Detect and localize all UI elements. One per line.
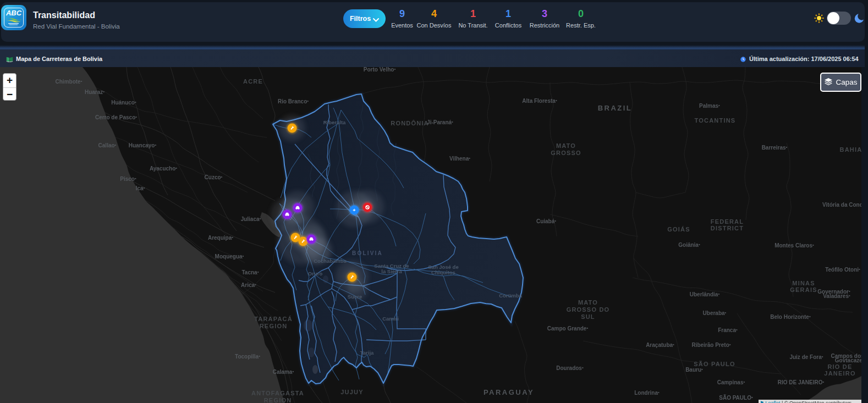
svg-text:ANTOFAGASTA: ANTOFAGASTA [251,390,304,396]
svg-text:MINAS: MINAS [792,280,815,286]
svg-text:Chiquitos: Chiquitos [431,269,455,275]
svg-text:Oruro: Oruro [308,270,323,277]
svg-text:Campinas•: Campinas• [717,379,745,385]
svg-text:TOCANTINS: TOCANTINS [695,117,736,124]
svg-text:Montes Claros•: Montes Claros• [774,242,814,249]
svg-text:Camiri: Camiri [382,316,399,322]
svg-text:RIO DE: RIO DE [827,363,852,370]
svg-text:Uberaba•: Uberaba• [703,310,727,316]
svg-text:Vitória da Conquista•: Vitória da Conquista• [822,202,861,208]
svg-text:SUL: SUL [581,313,595,320]
svg-text:BRAZIL: BRAZIL [598,104,633,112]
svg-text:Bauru•: Bauru• [685,367,703,373]
svg-text:Pisco•: Pisco• [120,176,136,182]
svg-text:ACRE: ACRE [243,78,263,85]
svg-text:Rio Branco•: Rio Branco• [278,98,309,104]
svg-text:Arica•: Arica• [241,282,256,288]
svg-text:TARAPACÁ: TARAPACÁ [254,316,293,322]
svg-text:Dourados•: Dourados• [556,365,584,371]
svg-text:MATO: MATO [556,142,576,149]
svg-text:la Sierra: la Sierra [381,268,402,274]
svg-text:Sucre: Sucre [348,294,362,300]
svg-text:Goiânia•: Goiânia• [678,242,700,248]
svg-text:Cuzco•: Cuzco• [205,174,223,180]
svg-text:Cuiabá•: Cuiabá• [536,218,556,224]
svg-text:REGION: REGION [264,397,292,403]
svg-text:Teófilo Otoni•: Teófilo Otoni• [825,267,860,273]
svg-text:Campo Grande•: Campo Grande• [547,325,589,332]
svg-text:Callao•: Callao• [98,142,117,148]
svg-text:PARAGUAY: PARAGUAY [484,388,534,396]
svg-text:Juliaca•: Juliaca• [241,216,261,222]
svg-text:Barreiras•: Barreiras• [762,145,788,151]
svg-text:GERAIS: GERAIS [790,286,817,293]
svg-text:Huancayo•: Huancayo• [129,142,157,148]
svg-text:DISTRICT: DISTRICT [711,225,744,231]
svg-text:Juiz de Fora•: Juiz de Fora• [789,354,823,360]
svg-text:Tocopilla•: Tocopilla• [235,354,260,360]
svg-text:Chimbote•: Chimbote• [56,79,83,85]
svg-text:RIO DE JANEIRO•: RIO DE JANEIRO• [778,379,825,385]
svg-text:GROSSO DO: GROSSO DO [567,306,610,313]
svg-text:Porto Velho•: Porto Velho• [364,67,396,73]
svg-text:Moquegua•: Moquegua• [215,253,244,260]
svg-text:Tarija: Tarija [360,350,374,356]
svg-text:MATO: MATO [578,299,598,306]
svg-text:Tacna•: Tacna• [242,269,259,275]
svg-text:FEDERAL: FEDERAL [711,218,744,225]
svg-text:Ayacucho•: Ayacucho• [150,165,177,172]
svg-text:Uberlândia•: Uberlândia• [690,291,720,297]
svg-text:Valadares•: Valadares• [823,293,850,299]
svg-text:Huánuco•: Huánuco• [111,100,136,106]
svg-text:Riberalta: Riberalta [323,119,346,125]
svg-text:JANEIRO: JANEIRO [824,370,855,377]
svg-text:Londrina•: Londrina• [634,390,660,396]
svg-text:Ribeirão Preto•: Ribeirão Preto• [691,342,730,348]
svg-text:GOIÁS: GOIÁS [667,226,690,233]
svg-text:Cochabamba: Cochabamba [314,258,347,264]
svg-text:Palmas•: Palmas• [699,103,720,109]
svg-text:Araçatuba•: Araçatuba• [646,342,674,348]
svg-text:SÃO PAULO•: SÃO PAULO• [719,394,753,401]
svg-text:Vilhena•: Vilhena• [449,156,470,162]
svg-text:REGION: REGION [260,323,288,329]
svg-text:Cerro de Pasco•: Cerro de Pasco• [95,114,137,120]
svg-text:Franca•: Franca• [718,327,738,333]
svg-text:Arequipa•: Arequipa• [208,235,233,241]
svg-text:Belo Horizonte•: Belo Horizonte• [770,314,811,320]
svg-text:BAHIA: BAHIA [840,146,861,153]
svg-text:Calama•: Calama• [273,369,294,375]
svg-text:Alta Floresta•: Alta Floresta• [522,98,557,104]
svg-text:Huaraz•: Huaraz• [85,89,105,95]
svg-text:RONDÔNIA: RONDÔNIA [391,120,429,126]
svg-text:Corümba: Corümba [499,292,522,299]
svg-text:Govtacazes•: Govtacazes• [835,357,861,363]
svg-text:GROSSO: GROSSO [551,150,581,156]
svg-text:BOLIVIA: BOLIVIA [352,250,383,256]
svg-text:Ji-Paraná•: Ji-Paraná• [427,119,453,125]
svg-text:JUJUY: JUJUY [340,389,363,395]
